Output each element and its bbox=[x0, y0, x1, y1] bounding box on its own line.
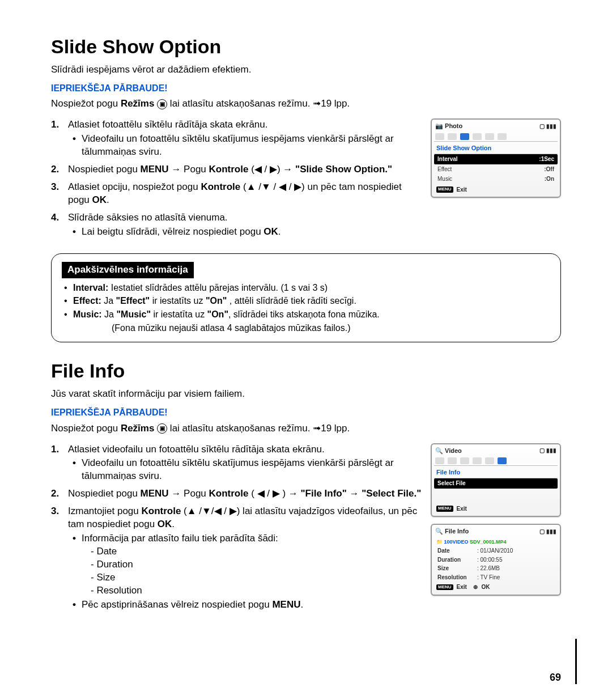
exit-label: Exit bbox=[457, 583, 467, 591]
menu-btn: MENU bbox=[436, 584, 453, 591]
precheck-heading: IEPRIEKŠĒJA PĀRBAUDE! bbox=[51, 406, 561, 419]
precheck-text: Nospiežot pogu Režīms ▣ lai atlasītu ats… bbox=[51, 97, 561, 111]
t: Nospiediet pogu bbox=[68, 164, 141, 175]
t: Režīms bbox=[121, 423, 155, 434]
row-value: :Off bbox=[544, 166, 554, 173]
v: TV Fine bbox=[477, 574, 500, 582]
page-decoration-bar bbox=[575, 639, 577, 684]
steps-list: Atlasiet fotoattēlu sīktēlu rādītāja ska… bbox=[51, 118, 425, 239]
section-title: File Info bbox=[51, 358, 561, 384]
step-item: Atlasiet opciju, nospiežot pogu Kontrole… bbox=[51, 181, 425, 207]
file-path: 📁 100VIDEO SDV_0001.MP4 bbox=[434, 537, 558, 546]
t: Nospiežot pogu bbox=[51, 98, 121, 109]
screen-tabs bbox=[434, 456, 558, 466]
v: 22.6MB bbox=[477, 565, 500, 572]
k: Duration bbox=[437, 556, 477, 564]
info-item: Effect: Ja "Effect" ir iestatīts uz "On"… bbox=[64, 295, 550, 307]
sub-item: Videofailu un fotoattēlu sīktēlu skatīju… bbox=[70, 457, 425, 483]
precheck-text: Nospiežot pogu Režīms ▣ lai atlasītu ats… bbox=[51, 422, 561, 435]
t: lai atlasītu atskaņošanas režīmu. bbox=[167, 423, 313, 434]
t: Video bbox=[445, 447, 462, 454]
dash-item: Resolution bbox=[91, 584, 425, 597]
page-ref-icon: ➟ bbox=[313, 423, 321, 434]
t: Atlasiet videofailu un fotoattēlu sīktēl… bbox=[68, 444, 325, 455]
t: Izmantojiet pogu bbox=[68, 506, 141, 516]
intro-text: Slīdrādi iespējams vērot ar dažādiem efe… bbox=[51, 63, 561, 77]
step-item: Slīdrāde sāksies no atlasītā vienuma. La… bbox=[51, 211, 425, 239]
t: "Music" bbox=[116, 309, 151, 319]
row-label: Effect bbox=[437, 166, 452, 173]
t: ( ◀ / ▶ ) → bbox=[248, 488, 300, 499]
t: → Pogu bbox=[169, 488, 209, 499]
t: Iestatiet slīdrādes attēlu pārejas inter… bbox=[108, 283, 328, 292]
camera-screen-fileinfo-detail: 🔍 File Info ▢ ▮▮▮ 📁 100VIDEO SDV_0001.MP… bbox=[431, 524, 561, 595]
t: ir iestatīts uz bbox=[150, 296, 206, 306]
t: Nospiediet pogu bbox=[68, 488, 141, 499]
t: MENU bbox=[272, 599, 300, 610]
t: "On" bbox=[207, 309, 228, 319]
screen-footer: MENU Exit ⊕ OK bbox=[434, 582, 558, 591]
step-item: Atlasiet fotoattēlu sīktēlu rādītāja ska… bbox=[51, 118, 425, 159]
t: "Slide Show Option." bbox=[295, 164, 392, 175]
menu-btn: MENU bbox=[436, 506, 453, 512]
t: Kontrole bbox=[209, 164, 249, 175]
t: Music: bbox=[73, 309, 102, 319]
screen-row: Music :On bbox=[434, 174, 558, 184]
t: OK bbox=[264, 226, 278, 237]
row-label: Music bbox=[437, 175, 452, 183]
v: 01/JAN/2010 bbox=[477, 547, 513, 555]
info-item: Interval: Iestatiet slīdrādes attēlu pār… bbox=[64, 282, 550, 294]
t: Kontrole bbox=[141, 506, 181, 516]
step-item: Nospiediet pogu MENU → Pogu Kontrole ( ◀… bbox=[51, 487, 425, 500]
t: Atlasiet fotoattēlu sīktēlu rādītāja ska… bbox=[68, 119, 267, 130]
menu-btn: MENU bbox=[436, 186, 453, 193]
t: Photo bbox=[445, 122, 462, 129]
t: Lai beigtu slīdrādi, vēlreiz nospiediet … bbox=[82, 226, 264, 237]
t: , slīdrādei tiks atskaņota fona mūzika. bbox=[228, 309, 380, 319]
screen-footer: MENU Exit bbox=[434, 184, 558, 194]
t: Režīms bbox=[121, 98, 155, 109]
row-label: Interval bbox=[437, 155, 458, 163]
camera-screen-fileinfo-menu: 🔍 Video ▢ ▮▮▮ File Info Select File MENU… bbox=[431, 443, 561, 517]
info-title: Apakšizvēlnes informācija bbox=[62, 262, 194, 278]
info-item: Music: Ja "Music" ir iestatīta uz "On", … bbox=[64, 308, 550, 321]
screen-header: File Info bbox=[434, 467, 558, 478]
t: OK bbox=[92, 194, 107, 205]
t: Kontrole bbox=[209, 488, 249, 499]
screen-row: Effect :Off bbox=[434, 164, 558, 175]
exit-label: Exit bbox=[457, 186, 467, 194]
battery-icon: ▢ ▮▮▮ bbox=[539, 122, 556, 130]
t: → Pogu bbox=[169, 164, 209, 175]
kv-row: Size22.6MB bbox=[434, 564, 558, 573]
k: Resolution bbox=[437, 574, 477, 582]
sub-item: Videofailu un fotoattēlu sīktēlu skatīju… bbox=[70, 133, 425, 159]
sub-item: Pēc apstiprināšanas vēlreiz nospiediet p… bbox=[70, 599, 425, 612]
t: 100VIDEO bbox=[444, 539, 469, 545]
step-item: Izmantojiet pogu Kontrole (▲ /▼/◀ / ▶) l… bbox=[51, 505, 425, 612]
section-title: Slide Show Option bbox=[51, 34, 561, 60]
battery-icon: ▢ ▮▮▮ bbox=[539, 528, 556, 536]
mode-label: 🔍 Video bbox=[435, 447, 462, 455]
ok-label: OK bbox=[481, 583, 490, 591]
t: OK bbox=[158, 519, 172, 529]
mode-label: 🔍 File Info bbox=[435, 527, 469, 536]
page-number: 69 bbox=[550, 671, 561, 684]
screen-row: Interval :1Sec bbox=[434, 154, 558, 164]
t: lai atlasītu atskaņošanas režīmu. bbox=[167, 98, 313, 109]
exit-label: Exit bbox=[457, 505, 467, 513]
t: "Select File." bbox=[362, 488, 421, 499]
battery-icon: ▢ ▮▮▮ bbox=[539, 447, 556, 455]
k: Date bbox=[437, 547, 477, 555]
kv-row: Duration00:00:55 bbox=[434, 555, 558, 565]
t: → bbox=[347, 488, 362, 499]
t: Informācija par atlasīto failu tiek parā… bbox=[82, 533, 278, 544]
step-item: Atlasiet videofailu un fotoattēlu sīktēl… bbox=[51, 443, 425, 483]
step-item: Nospiediet pogu MENU → Pogu Kontrole (◀ … bbox=[51, 163, 425, 176]
row-label: Select File bbox=[437, 480, 465, 487]
mode-label: 📷 Photo bbox=[435, 122, 462, 130]
dash-item: Size bbox=[91, 571, 425, 584]
dash-item: Duration bbox=[91, 558, 425, 571]
row-value: :1Sec bbox=[539, 155, 554, 163]
t: Nospiežot pogu bbox=[51, 423, 121, 434]
t: SDV_0001.MP4 bbox=[470, 539, 507, 545]
